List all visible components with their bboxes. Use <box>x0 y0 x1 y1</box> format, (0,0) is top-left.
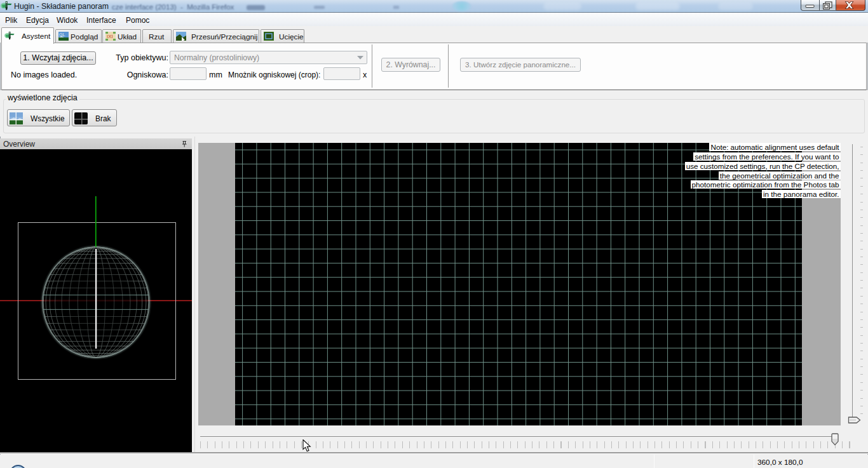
svg-text:GL: GL <box>59 32 65 37</box>
svg-text:IXI: IXI <box>107 34 113 39</box>
